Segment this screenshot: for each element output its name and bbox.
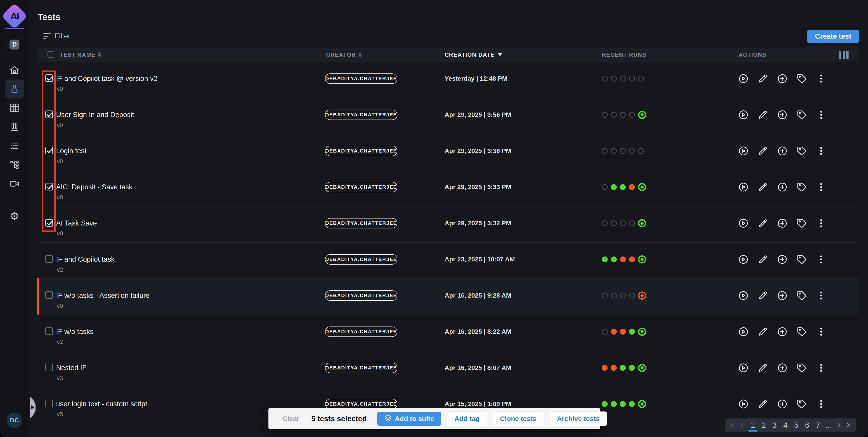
tag-action-button[interactable] [797, 73, 807, 84]
pencil-action-button[interactable] [757, 182, 768, 192]
run-status-dot-green[interactable] [602, 401, 608, 407]
row-checkbox[interactable] [45, 364, 53, 371]
clear-selection-button[interactable]: Clear [282, 415, 300, 423]
run-status-dot-empty[interactable] [620, 220, 626, 226]
plus-circle-action-button[interactable] [777, 363, 787, 373]
page-1[interactable]: 1 [748, 418, 758, 432]
run-status-dot-empty[interactable] [602, 148, 608, 154]
sidebar-nav-home[interactable] [9, 65, 20, 75]
test-name-link[interactable]: AIC: Deposit - Save task [56, 183, 132, 191]
row-checkbox[interactable] [45, 74, 53, 82]
add-tag-button[interactable]: Add tag [447, 412, 487, 426]
row-checkbox[interactable] [45, 219, 53, 227]
run-status-dot-orange[interactable] [611, 365, 617, 371]
prev-page-icon[interactable] [738, 421, 747, 430]
sidebar-nav-test-tubes[interactable] [9, 122, 20, 132]
test-name-link[interactable]: IF and Copilot task [56, 255, 115, 264]
plus-circle-action-button[interactable] [777, 254, 787, 265]
kebab-menu-action-button[interactable] [816, 182, 827, 192]
tag-action-button[interactable] [797, 327, 807, 337]
test-name-link[interactable]: AI Task Save [56, 219, 97, 227]
kebab-menu-action-button[interactable] [816, 254, 827, 265]
tag-action-button[interactable] [797, 218, 807, 229]
select-all-checkbox[interactable] [48, 47, 54, 62]
run-status-dot-green[interactable] [620, 184, 626, 190]
run-status-dot-empty[interactable] [620, 148, 626, 154]
run-status-dot-orange[interactable] [611, 329, 617, 335]
pencil-action-button[interactable] [757, 363, 768, 373]
pencil-action-button[interactable] [757, 146, 768, 156]
run-status-dot-empty[interactable] [602, 329, 608, 335]
run-status-dot-green[interactable] [620, 365, 626, 371]
run-status-dot-green[interactable] [629, 329, 635, 335]
run-status-dot-green-ring[interactable] [638, 328, 646, 336]
row-checkbox[interactable] [45, 110, 53, 118]
run-status-dot-green[interactable] [611, 184, 617, 190]
kebab-menu-action-button[interactable] [816, 327, 827, 337]
run-status-dot-green-ring[interactable] [638, 255, 646, 264]
play-circle-action-button[interactable] [738, 399, 749, 409]
run-status-dot-empty[interactable] [602, 220, 608, 226]
plus-circle-action-button[interactable] [777, 110, 787, 120]
first-page-icon[interactable] [728, 421, 737, 430]
column-test-name[interactable]: TEST NAME [60, 47, 101, 62]
run-status-dot-green-ring[interactable] [638, 400, 646, 408]
run-status-dot-orange[interactable] [620, 257, 626, 262]
test-name-link[interactable]: IF and Copilot task @ version v2 [56, 74, 157, 83]
row-checkbox[interactable] [45, 255, 53, 263]
last-page-icon[interactable] [844, 421, 853, 430]
run-status-dot-orange[interactable] [629, 257, 635, 262]
sidebar-nav-checklist[interactable] [9, 141, 20, 151]
play-circle-action-button[interactable] [738, 73, 749, 84]
run-status-dot-empty[interactable] [602, 76, 608, 81]
play-circle-action-button[interactable] [738, 146, 749, 156]
add-to-suite-button[interactable]: Add to suite [377, 412, 441, 426]
plus-circle-action-button[interactable] [777, 327, 787, 337]
column-settings-icon[interactable] [839, 51, 848, 59]
run-status-dot-empty[interactable] [611, 112, 617, 118]
page-5[interactable]: 5 [791, 418, 801, 432]
pencil-action-button[interactable] [757, 110, 768, 120]
row-checkbox[interactable] [45, 147, 53, 154]
test-name-link[interactable]: Nested IF [56, 364, 86, 372]
play-circle-action-button[interactable] [738, 327, 749, 337]
plus-circle-action-button[interactable] [777, 182, 787, 192]
run-status-dot-green[interactable] [602, 257, 608, 262]
sidebar-nav-grid[interactable] [9, 103, 20, 113]
plus-circle-action-button[interactable] [777, 399, 787, 409]
tag-action-button[interactable] [797, 363, 807, 373]
kebab-menu-action-button[interactable] [816, 290, 827, 301]
run-status-dot-empty[interactable] [629, 148, 635, 154]
run-status-dot-empty[interactable] [602, 112, 608, 118]
page-3[interactable]: 3 [770, 418, 780, 432]
run-status-dot-green-ring[interactable] [638, 111, 646, 119]
run-status-dot-empty[interactable] [611, 76, 617, 81]
run-status-dot-empty[interactable] [638, 76, 644, 81]
run-status-dot-orange-ring[interactable] [638, 292, 646, 300]
run-status-dot-empty[interactable] [620, 112, 626, 118]
run-status-dot-green[interactable] [629, 401, 635, 407]
run-status-dot-orange[interactable] [629, 184, 635, 190]
run-status-dot-orange[interactable] [602, 365, 608, 371]
run-status-dot-empty[interactable] [629, 220, 635, 226]
next-page-icon[interactable] [834, 421, 843, 430]
user-avatar[interactable]: DC [7, 413, 22, 428]
run-status-dot-empty[interactable] [602, 293, 608, 299]
workspace-switcher[interactable]: D [6, 37, 22, 53]
play-circle-action-button[interactable] [738, 254, 749, 265]
row-checkbox[interactable] [45, 327, 53, 335]
run-status-dot-empty[interactable] [611, 293, 617, 299]
archive-tests-button[interactable]: Archive tests [550, 412, 607, 426]
pencil-action-button[interactable] [757, 399, 768, 409]
tag-action-button[interactable] [797, 146, 807, 156]
run-status-dot-green[interactable] [620, 401, 626, 407]
run-status-dot-green-ring[interactable] [638, 364, 646, 372]
test-name-link[interactable]: user login text - custom script [56, 400, 147, 408]
run-status-dot-empty[interactable] [602, 184, 608, 190]
run-status-dot-orange[interactable] [620, 329, 626, 335]
page-6[interactable]: 6 [802, 418, 812, 432]
run-status-dot-empty[interactable] [620, 293, 626, 299]
kebab-menu-action-button[interactable] [816, 110, 827, 120]
pencil-action-button[interactable] [757, 290, 768, 301]
run-status-dot-empty[interactable] [638, 148, 644, 154]
